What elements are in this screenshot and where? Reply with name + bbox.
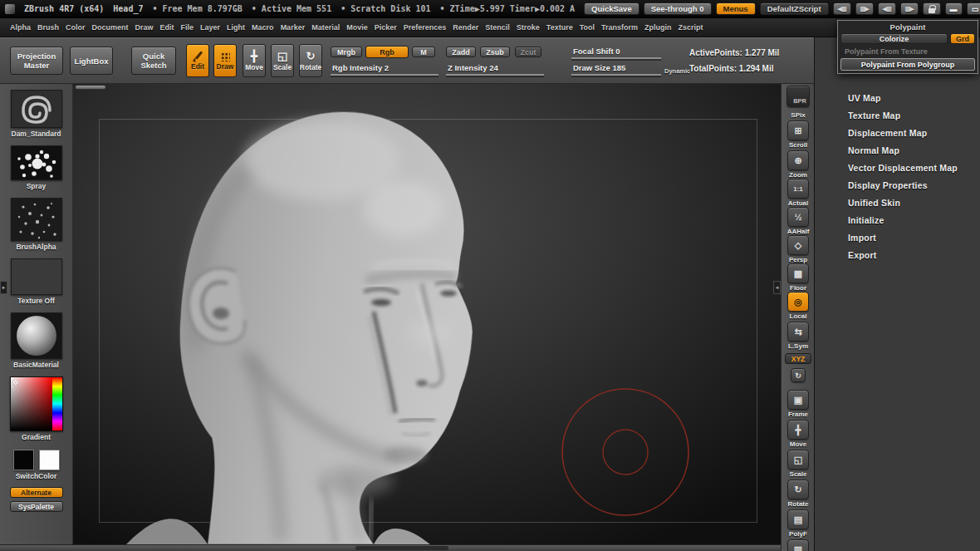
right-tray-arrow-icon[interactable]: ◂ bbox=[773, 281, 781, 294]
mrgb-button[interactable]: Mrgb bbox=[331, 47, 362, 57]
saturation-value-square[interactable] bbox=[11, 377, 52, 430]
zcut-button[interactable]: Zcut bbox=[515, 47, 541, 57]
polypaint-from-polygroup-button[interactable]: Polypaint From Polygroup bbox=[840, 58, 975, 71]
material-thumbnail-basicmaterial[interactable] bbox=[11, 312, 62, 359]
quick-sketch-button[interactable]: Quick Sketch bbox=[131, 47, 176, 75]
palette-item-vector-displacement-map[interactable]: Vector Displacement Map bbox=[815, 159, 980, 176]
transparency-button[interactable]: ▥ bbox=[782, 539, 815, 551]
secondary-color-swatch[interactable] bbox=[39, 450, 60, 470]
palette-item-texture-map[interactable]: Texture Map bbox=[815, 106, 980, 124]
menu-light[interactable]: Light bbox=[227, 23, 245, 32]
zadd-button[interactable]: Zadd bbox=[446, 47, 476, 57]
dynamic-label[interactable]: Dynamic bbox=[664, 67, 690, 75]
expand-right-tray-icon[interactable]: ▥▶ bbox=[900, 2, 919, 15]
move-3d-button[interactable]: ╋ Move bbox=[782, 420, 815, 448]
brush-thumbnail-dam-standard[interactable] bbox=[11, 90, 62, 128]
syspalette-button[interactable]: SysPalette bbox=[10, 501, 63, 512]
menu-stroke[interactable]: Stroke bbox=[517, 23, 540, 32]
left-tray-arrow-icon[interactable]: ▸ bbox=[0, 281, 7, 294]
projection-master-button[interactable]: Projection Master bbox=[10, 47, 63, 75]
menu-texture[interactable]: Texture bbox=[546, 23, 573, 32]
menu-tool[interactable]: Tool bbox=[580, 23, 595, 32]
canvas-scrollbar-handle[interactable] bbox=[75, 85, 106, 90]
menu-preferences[interactable]: Preferences bbox=[404, 23, 447, 32]
menu-zscript[interactable]: Zscript bbox=[679, 23, 703, 32]
texture-thumbnail-off[interactable] bbox=[11, 258, 62, 295]
menu-material[interactable]: Material bbox=[311, 23, 340, 32]
menu-brush[interactable]: Brush bbox=[37, 23, 59, 32]
quicksave-button[interactable]: QuickSave bbox=[584, 2, 639, 15]
minimize-button[interactable]: ▬ bbox=[945, 2, 963, 15]
xyz-button[interactable]: XYZ bbox=[782, 353, 815, 364]
menu-layer[interactable]: Layer bbox=[200, 23, 220, 32]
rotate-mode-button[interactable]: ↻ Rotate bbox=[299, 44, 322, 77]
menu-render[interactable]: Render bbox=[453, 23, 478, 32]
menu-color[interactable]: Color bbox=[66, 23, 86, 32]
rgb-intensity-slider[interactable]: Rgb Intensity 2 bbox=[331, 63, 439, 76]
rotate-3d-button[interactable]: ↻ Rotate bbox=[782, 480, 815, 508]
polypaint-from-texture-button[interactable]: Polypaint From Texture bbox=[840, 46, 975, 57]
palette-item-normal-map[interactable]: Normal Map bbox=[815, 141, 980, 159]
actual-size-button[interactable]: 1:1 Actual bbox=[782, 179, 815, 207]
palette-item-display-properties[interactable]: Display Properties bbox=[815, 176, 980, 194]
alternate-button[interactable]: Alternate bbox=[10, 487, 63, 498]
palette-item-uv-map[interactable]: UV Map bbox=[815, 89, 980, 106]
menu-movie[interactable]: Movie bbox=[346, 23, 368, 32]
frame-button[interactable]: ▣ Frame bbox=[782, 390, 815, 418]
lock-icon[interactable] bbox=[923, 2, 941, 15]
palette-item-import[interactable]: Import bbox=[815, 229, 980, 246]
menu-picker[interactable]: Picker bbox=[375, 23, 397, 32]
zsub-button[interactable]: Zsub bbox=[480, 47, 510, 57]
aa-half-button[interactable]: ½ AAHalf bbox=[782, 207, 815, 235]
local-button[interactable]: ◎ Local bbox=[782, 292, 815, 320]
menu-draw[interactable]: Draw bbox=[135, 23, 154, 32]
restore-button[interactable]: ▭ bbox=[967, 2, 980, 15]
menu-document[interactable]: Document bbox=[92, 23, 129, 32]
menu-zplugin[interactable]: Zplugin bbox=[644, 23, 672, 32]
shrink-left-tray-icon[interactable]: ◀▥ bbox=[833, 2, 851, 15]
menu-alpha[interactable]: Alpha bbox=[10, 23, 31, 32]
edit-mode-button[interactable]: Edit bbox=[186, 44, 209, 77]
grd-toggle[interactable]: Grd bbox=[950, 33, 975, 44]
alpha-thumbnail-brushalpha[interactable] bbox=[11, 198, 62, 241]
viewport[interactable] bbox=[73, 84, 781, 544]
scroll-button[interactable]: ⊞ Scroll bbox=[782, 121, 815, 149]
expand-left-tray-icon[interactable]: ▥▶ bbox=[855, 2, 874, 15]
stroke-thumbnail-spray[interactable] bbox=[11, 145, 62, 180]
menu-edit[interactable]: Edit bbox=[160, 23, 174, 32]
palette-item-export[interactable]: Export bbox=[815, 246, 980, 263]
menu-transform[interactable]: Transform bbox=[601, 23, 638, 32]
palette-item-displacement-map[interactable]: Displacement Map bbox=[815, 124, 980, 141]
polyframe-button[interactable]: ▤ PolyF bbox=[782, 509, 815, 538]
menu-file[interactable]: File bbox=[181, 23, 194, 32]
persp-button[interactable]: ◇ Persp bbox=[782, 235, 815, 263]
z-intensity-slider[interactable]: Z Intensity 24 bbox=[446, 63, 544, 76]
zoom-button[interactable]: ⊕ Zoom bbox=[782, 150, 815, 179]
menu-stencil[interactable]: Stencil bbox=[485, 23, 510, 32]
switch-color-widget[interactable] bbox=[13, 450, 60, 470]
main-color-swatch[interactable] bbox=[13, 450, 34, 470]
palette-item-initialize[interactable]: Initialize bbox=[815, 211, 980, 229]
draw-size-slider[interactable]: Draw Size 185 bbox=[571, 63, 661, 76]
focal-shift-slider[interactable]: Focal Shift 0 bbox=[571, 47, 661, 59]
scale-mode-button[interactable]: ◱ Scale bbox=[271, 44, 294, 77]
colorize-button[interactable]: Colorize bbox=[840, 33, 948, 44]
lightbox-button[interactable]: LightBox bbox=[70, 47, 113, 75]
viewport-render[interactable] bbox=[73, 84, 781, 544]
menu-macro[interactable]: Macro bbox=[252, 23, 274, 32]
spix-slider[interactable]: SPix bbox=[782, 111, 815, 119]
bottom-scrollbar-handle[interactable] bbox=[355, 546, 448, 550]
lsym-button[interactable]: ⇆ L.Sym bbox=[782, 322, 815, 350]
floor-button[interactable]: ▦ Floor bbox=[782, 263, 815, 292]
hue-strip[interactable] bbox=[52, 377, 62, 430]
rgb-button[interactable]: Rgb bbox=[365, 46, 409, 58]
spin-button[interactable]: ↻ bbox=[782, 368, 815, 382]
scale-3d-button[interactable]: ◱ Scale bbox=[782, 450, 815, 478]
palette-item-unified-skin[interactable]: Unified Skin bbox=[815, 194, 980, 211]
color-picker[interactable] bbox=[10, 376, 63, 431]
draw-mode-button[interactable]: Draw bbox=[213, 44, 237, 77]
menus-button[interactable]: Menus bbox=[716, 2, 756, 15]
move-mode-button[interactable]: ╋ Move bbox=[243, 44, 266, 77]
shrink-right-tray-icon[interactable]: ◀▥ bbox=[878, 2, 896, 15]
bpr-button[interactable]: BPR bbox=[782, 86, 815, 107]
